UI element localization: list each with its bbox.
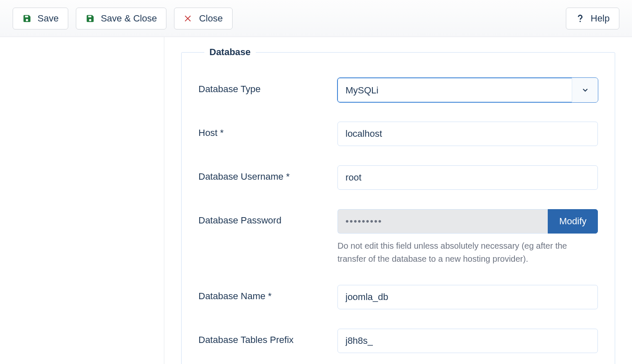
save-close-button-label: Save & Close <box>101 13 157 24</box>
close-icon <box>184 14 193 23</box>
sidebar <box>0 37 164 364</box>
host-input[interactable] <box>337 122 598 146</box>
help-button-label: Help <box>591 13 610 24</box>
save-icon <box>22 14 32 23</box>
db-name-label: Database Name * <box>198 285 337 302</box>
save-close-button[interactable]: Save & Close <box>76 8 166 29</box>
question-icon <box>576 14 585 23</box>
save-button[interactable]: Save <box>13 8 68 29</box>
db-type-label: Database Type <box>198 78 337 95</box>
db-password-help: Do not edit this field unless absolutely… <box>337 239 598 266</box>
db-password-label: Database Password <box>198 209 337 226</box>
save-button-label: Save <box>37 13 59 24</box>
toolbar: Save Save & Close Close Help <box>0 0 632 37</box>
db-password-input <box>337 209 548 234</box>
help-button[interactable]: Help <box>566 8 619 29</box>
host-label: Host * <box>198 122 337 138</box>
db-name-input[interactable] <box>337 285 598 309</box>
modify-password-button[interactable]: Modify <box>548 209 598 234</box>
db-username-label: Database Username * <box>198 165 337 182</box>
fieldset-legend: Database <box>204 47 256 58</box>
db-prefix-input[interactable] <box>337 329 598 353</box>
db-username-input[interactable] <box>337 165 598 190</box>
main-content: Database Database Type MySQLi Host * <box>164 37 632 364</box>
database-fieldset: Database Database Type MySQLi Host * <box>181 52 615 364</box>
page-body: Database Database Type MySQLi Host * <box>0 37 632 364</box>
close-button[interactable]: Close <box>174 8 232 29</box>
save-icon <box>86 14 95 23</box>
db-prefix-label: Database Tables Prefix <box>198 329 337 345</box>
db-type-select[interactable]: MySQLi <box>337 78 598 102</box>
close-button-label: Close <box>199 13 222 24</box>
